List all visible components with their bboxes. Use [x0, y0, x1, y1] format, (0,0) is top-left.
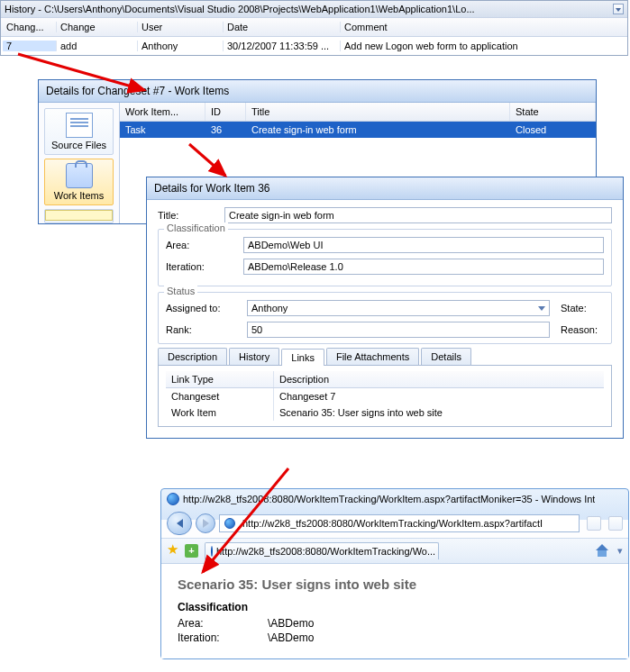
browser-titlebar: http://w2k8_tfs2008:8080/WorkItemTrackin…: [161, 489, 628, 509]
changeset-nav: Source Files Work Items: [39, 103, 120, 223]
lbl-title: Title:: [158, 210, 224, 221]
browser-title-text: http://w2k8_tfs2008:8080/WorkItemTrackin…: [183, 494, 595, 504]
address-bar[interactable]: http://w2k8_tfs2008:8080/WorkItemTrackin…: [219, 514, 580, 532]
wi-cell-id: 36: [205, 122, 246, 138]
field-title[interactable]: Create sign-in web form: [224, 207, 612, 223]
link-desc-1: Scenario 35: User signs into web site: [274, 404, 604, 421]
history-title-text: History - C:\Users\Anthony\Documents\Vis…: [5, 4, 475, 14]
browser-tab-title: http://w2k8_tfs2008:8080/WorkItemTrackin…: [216, 546, 435, 557]
scen-iter-value: \ABDemo: [268, 631, 314, 644]
work-items-icon: [66, 163, 93, 188]
nav-notes[interactable]: [44, 209, 114, 223]
nav-work-items[interactable]: Work Items: [44, 159, 114, 205]
browser-window: http://w2k8_tfs2008:8080/WorkItemTrackin…: [160, 488, 629, 659]
page-icon: [224, 518, 235, 529]
links-col-type[interactable]: Link Type: [166, 371, 274, 387]
home-icon[interactable]: [596, 544, 610, 558]
wi-row-selected[interactable]: Task 36 Create sign-in web form Closed: [120, 122, 596, 138]
link-type-1: Work Item: [166, 404, 274, 421]
wi-col-title[interactable]: Title: [246, 103, 510, 121]
col-comment[interactable]: Comment: [341, 22, 625, 32]
lbl-iteration: Iteration:: [166, 261, 243, 272]
field-rank[interactable]: 50: [247, 322, 550, 338]
changeset-title: Details for Changeset #7 - Work Items: [39, 80, 596, 103]
home-dropdown-icon[interactable]: ▾: [617, 545, 623, 557]
field-area[interactable]: ABDemo\Web UI: [243, 237, 604, 253]
lbl-assigned: Assigned to:: [166, 303, 247, 313]
address-text: http://w2k8_tfs2008:8080/WorkItemTrackin…: [242, 518, 543, 529]
wi-col-id[interactable]: ID: [205, 103, 246, 121]
link-row[interactable]: Changeset Changeset 7: [166, 388, 604, 404]
refresh-button[interactable]: [587, 516, 601, 531]
cell-date: 30/12/2007 11:33:59 ...: [224, 41, 341, 51]
wi-cell-state: Closed: [510, 122, 596, 138]
group-status: Status Assigned to: Anthony State: Rank:…: [158, 292, 612, 344]
workitem-panel: Details for Work Item 36 Title: Create s…: [146, 177, 624, 439]
arrow-left-icon: [177, 519, 183, 528]
grp-title-status: Status: [164, 286, 197, 296]
col-change[interactable]: Change: [57, 22, 138, 32]
links-header: Link Type Description: [166, 371, 604, 388]
scen-area-label: Area:: [178, 617, 268, 630]
col-changeset[interactable]: Chang...: [3, 22, 57, 32]
group-classification: Classification Area: ABDemo\Web UI Itera…: [158, 229, 612, 286]
lbl-area: Area:: [166, 240, 243, 250]
grp-title-classification: Classification: [164, 222, 228, 233]
cell-change: add: [57, 41, 138, 51]
col-user[interactable]: User: [138, 22, 224, 32]
scen-iter-label: Iteration:: [178, 631, 268, 644]
lbl-rank: Rank:: [166, 324, 247, 335]
arrow-right-icon: [203, 519, 209, 528]
field-assigned[interactable]: Anthony: [247, 300, 550, 316]
back-button[interactable]: [167, 512, 192, 535]
history-title-bar: History - C:\Users\Anthony\Documents\Vis…: [1, 1, 627, 17]
link-row[interactable]: Work Item Scenario 35: User signs into w…: [166, 404, 604, 421]
notes-icon: [45, 210, 113, 221]
browser-toolbar: http://w2k8_tfs2008:8080/WorkItemTrackin…: [161, 509, 628, 538]
cell-user: Anthony: [138, 41, 224, 51]
workitem-title: Details for Work Item 36: [147, 177, 623, 200]
browser-content: Scenario 35: User signs into web site Cl…: [161, 563, 628, 658]
links-col-desc[interactable]: Description: [274, 371, 604, 387]
nav-source-files[interactable]: Source Files: [44, 108, 114, 155]
stop-button[interactable]: [608, 516, 623, 531]
wi-col-state[interactable]: State: [510, 103, 596, 121]
field-assigned-value: Anthony: [251, 303, 288, 313]
scenario-section: Classification: [178, 601, 612, 613]
nav-source-label: Source Files: [51, 140, 106, 150]
link-type-0: Changeset: [166, 388, 274, 404]
nav-work-label: Work Items: [54, 190, 104, 201]
forward-button[interactable]: [196, 513, 215, 533]
col-date[interactable]: Date: [224, 22, 341, 32]
browser-tabbar: + http://w2k8_tfs2008:8080/WorkItemTrack…: [161, 538, 628, 563]
tab-page-icon: [211, 546, 213, 557]
tab-details[interactable]: Details: [421, 348, 471, 365]
favorites-icon[interactable]: [167, 544, 181, 558]
ie-icon: [167, 493, 179, 505]
tab-history[interactable]: History: [229, 348, 279, 365]
history-panel: History - C:\Users\Anthony\Documents\Vis…: [0, 0, 628, 56]
field-iteration[interactable]: ABDemo\Release 1.0: [243, 259, 604, 275]
chevron-down-icon: [538, 306, 545, 311]
wi-col-type[interactable]: Work Item...: [120, 103, 205, 121]
add-favorite-icon[interactable]: +: [185, 544, 198, 558]
history-dropdown-icon[interactable]: [613, 4, 624, 14]
history-row[interactable]: 7 add Anthony 30/12/2007 11:33:59 ... Ad…: [1, 37, 627, 55]
scenario-heading: Scenario 35: User signs into web site: [178, 577, 612, 592]
tab-description[interactable]: Description: [158, 348, 227, 365]
link-desc-0: Changeset 7: [274, 388, 604, 404]
tab-links[interactable]: Links: [281, 349, 324, 366]
wi-cell-type: Task: [120, 122, 205, 138]
links-tab-content: Link Type Description Changeset Changese…: [158, 365, 612, 427]
wi-header: Work Item... ID Title State: [120, 103, 596, 122]
wi-cell-title: Create sign-in web form: [246, 122, 510, 138]
lbl-reason: Reason:: [550, 324, 604, 335]
source-files-icon: [66, 113, 93, 138]
scen-area-value: \ABDemo: [268, 617, 314, 630]
tab-attachments[interactable]: File Attachments: [326, 348, 419, 365]
workitem-tabs: Description History Links File Attachmen…: [147, 348, 623, 365]
cell-changeset: 7: [3, 41, 57, 51]
cell-comment: Add new Logon web form to application: [341, 41, 625, 51]
history-column-headers: Chang... Change User Date Comment: [1, 17, 627, 37]
browser-tab[interactable]: http://w2k8_tfs2008:8080/WorkItemTrackin…: [205, 542, 439, 559]
